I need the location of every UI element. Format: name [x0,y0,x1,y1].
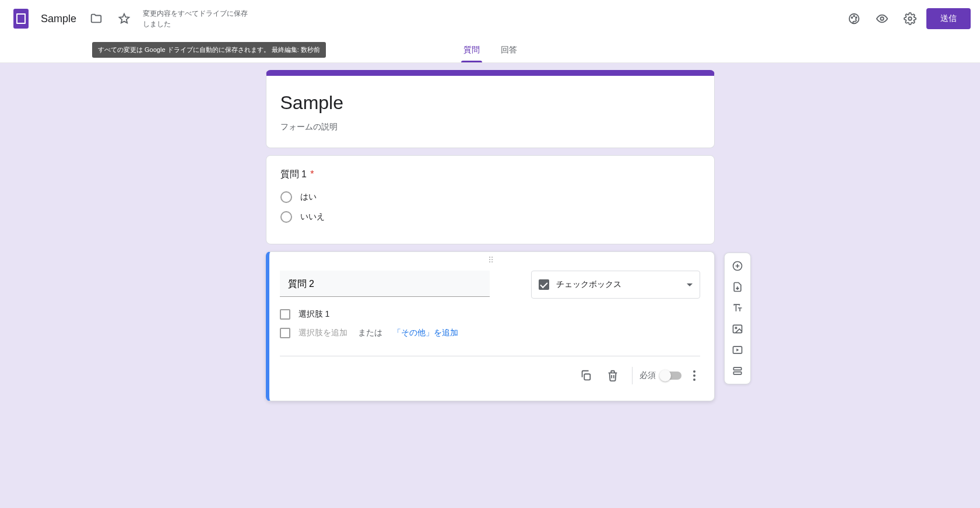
option-label: いいえ [300,212,325,222]
svg-point-5 [908,17,912,20]
add-other-link[interactable]: 「その他」を追加 [393,328,458,338]
tab-responses[interactable]: 回答 [498,45,519,62]
form-title[interactable]: Sample [280,89,700,117]
settings-icon[interactable] [898,7,922,30]
svg-rect-12 [733,372,741,374]
question-2-add-option-row: 選択肢を追加 または 「その他」を追加 [280,328,700,338]
svg-rect-6 [584,374,590,380]
question-1-option-1: はい [280,191,700,203]
document-title[interactable]: Sample [37,10,80,27]
question-1-option-2: いいえ [280,211,700,223]
palette-icon[interactable] [842,7,866,30]
radio-icon [280,211,292,223]
option-label: はい [300,192,317,202]
question-card-2-active[interactable]: ⠿ チェックボックス 選択肢 1 選択肢を追加 または 「その他」を追加 [266,251,715,401]
drag-handle-icon[interactable]: ⠿ [488,255,495,265]
divider [632,367,633,384]
more-options-button[interactable] [689,370,700,381]
svg-point-1 [851,17,852,18]
svg-point-4 [880,17,884,20]
preview-icon[interactable] [870,7,894,30]
question-1-title: 質問 1 * [280,169,700,181]
folder-icon[interactable] [85,7,108,30]
add-section-button[interactable] [727,360,748,381]
add-title-button[interactable] [727,297,748,318]
required-toggle[interactable] [661,372,682,380]
editor-canvas: Sample フォームの説明 質問 1 * はい いいえ ⠿ チェックボックス [0,63,980,508]
add-video-button[interactable] [727,339,748,360]
save-tooltip: すべての変更は Google ドライブに自動的に保存されます。 最終編集: 数秒… [92,42,326,58]
add-option-placeholder[interactable]: 選択肢を追加 [298,328,347,338]
or-text: または [358,328,382,338]
form-description[interactable]: フォームの説明 [280,117,700,135]
checkbox-icon [280,328,290,338]
delete-button[interactable] [600,363,625,388]
form-title-card[interactable]: Sample フォームの説明 [266,70,715,148]
option-label[interactable]: 選択肢 1 [298,309,330,320]
question-card-1[interactable]: 質問 1 * はい いいえ [266,155,715,244]
question-footer: 必須 [280,356,700,388]
forms-logo [9,7,33,30]
chevron-down-icon [687,283,693,286]
required-asterisk: * [310,169,314,179]
required-label: 必須 [640,370,656,381]
svg-rect-11 [733,367,741,370]
svg-point-9 [735,327,737,329]
question-2-title-input[interactable] [280,271,490,297]
import-questions-button[interactable] [727,276,748,297]
save-status[interactable]: 変更内容をすべてドライブに保存しました [143,8,248,29]
tab-questions[interactable]: 質問 [461,45,482,62]
radio-icon [280,191,292,203]
duplicate-button[interactable] [574,363,598,388]
add-question-button[interactable] [727,255,748,276]
question-1-title-text: 質問 1 [280,169,307,179]
send-button[interactable]: 送信 [926,8,971,29]
svg-point-3 [856,17,857,18]
question-type-select[interactable]: チェックボックス [531,271,700,299]
checkbox-icon [280,309,290,320]
star-icon[interactable] [113,7,136,30]
checkbox-type-icon [539,279,549,290]
svg-point-2 [853,16,855,17]
question-type-label: チェックボックス [556,279,680,290]
add-image-button[interactable] [727,318,748,339]
floating-toolbar [724,253,751,384]
question-2-option-1: 選択肢 1 [280,309,700,320]
app-header: Sample 変更内容をすべてドライブに保存しました 送信 すべての変更は Go… [0,0,980,37]
svg-rect-8 [733,325,742,332]
